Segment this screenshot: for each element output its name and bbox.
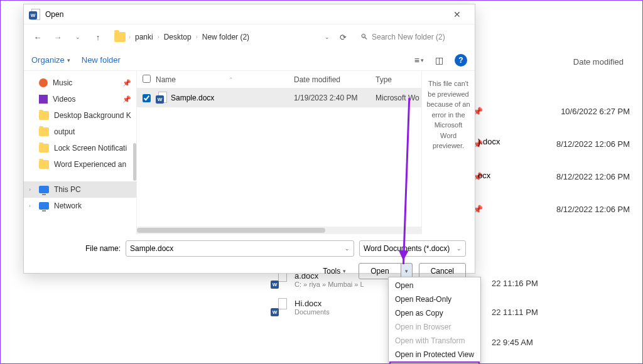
bg-fragment: ocx [478,171,490,180]
pin-icon: 📌 [122,79,131,87]
filetype-select[interactable]: Word Documents (*.docx)⌄ [359,240,466,257]
word-icon: W [271,298,287,317]
menu-item-open-transform: Open with Transform [389,334,480,348]
folder-icon [39,111,49,120]
music-icon [39,78,48,87]
close-button[interactable]: ✕ [445,9,470,19]
menu-item-open-protected[interactable]: Open in Protected View [389,348,480,361]
refresh-icon[interactable]: ⟳ [340,33,347,42]
sidebar: Music📌 Videos📌 Desktop Background K outp… [24,71,137,234]
file-list: Name⌃ Date modified Type WSample.docx 1/… [137,71,421,234]
bg-file-rows: 📌10/6/2022 6:27 PM 📌8/12/2022 12:06 PM 📌… [473,95,630,225]
dialog-title: Open [45,10,445,19]
scrollbar[interactable] [133,143,136,181]
sidebar-item-folder[interactable]: output [24,124,136,140]
recent-button[interactable]: ⌄ [70,29,85,45]
sidebar-item-videos[interactable]: Videos📌 [24,91,136,107]
folder-icon [114,32,126,42]
search-icon: 🔍︎ [360,33,368,41]
view-menu[interactable]: ≡ ▾ [414,55,424,65]
sidebar-item-folder[interactable]: Desktop Background K [24,107,136,124]
column-headers[interactable]: Name⌃ Date modified Type [137,71,421,88]
word-icon: W [156,92,167,104]
expand-icon[interactable]: › [29,203,31,209]
file-row[interactable]: WSample.docx 1/19/2023 2:40 PM Microsoft… [137,88,421,107]
sidebar-item-network[interactable]: ›Network [24,198,136,214]
help-button[interactable]: ? [455,54,467,67]
tools-menu[interactable]: Tools▾ [323,267,346,276]
chevron-down-icon[interactable]: ⌄ [325,34,330,40]
menu-item-open[interactable]: Open [389,279,480,292]
menu-item-open-browser: Open in Browser [389,320,480,334]
forward-button[interactable]: → [50,29,65,45]
bg-fragment: ).docx [478,137,500,146]
sidebar-item-folder[interactable]: Lock Screen Notificati [24,140,136,156]
bg-time: 22 9:45 AM [492,338,533,347]
filename-label: File name: [33,244,121,253]
sidebar-item-folder[interactable]: Word Experienced an [24,156,136,173]
expand-icon[interactable]: › [29,186,31,193]
bg-column-header: Date modified [573,57,624,67]
bg-time: 22 11:16 PM [492,279,538,288]
network-icon [39,202,49,210]
up-button[interactable]: ↑ [90,29,105,45]
breadcrumb[interactable]: › panki› Desktop› New folder (2) ⌄ ⟳ [111,28,350,46]
horizontal-scrollbar[interactable] [137,227,421,234]
pin-icon: 📌 [122,95,131,104]
pc-icon [39,186,49,193]
preview-toggle[interactable]: ◫ [435,55,443,65]
filename-input[interactable]: Sample.docx⌄ [126,240,354,257]
back-button[interactable]: ← [30,29,45,45]
menu-item-open-repair[interactable]: Open and Repair [389,361,480,364]
new-folder-button[interactable]: New folder [82,55,121,65]
folder-icon [39,127,49,136]
preview-pane: This file can't be previewed because of … [421,71,475,234]
select-all-checkbox[interactable] [143,75,151,83]
sidebar-item-music[interactable]: Music📌 [24,75,136,91]
word-app-icon: W [29,9,40,20]
titlebar: W Open ✕ [24,4,475,24]
sidebar-item-this-pc[interactable]: ›This PC [24,181,136,198]
folder-icon [39,144,49,153]
folder-icon [39,160,49,169]
bg-time: 22 11:11 PM [492,308,538,317]
organize-menu[interactable]: Organize▾ [31,55,70,65]
menu-item-open-readonly[interactable]: Open Read-Only [389,292,480,306]
file-checkbox[interactable] [143,94,151,102]
nav-toolbar: ← → ⌄ ↑ › panki› Desktop› New folder (2)… [24,24,475,50]
menu-item-open-copy[interactable]: Open as Copy [389,306,480,320]
open-dropdown-menu: Open Open Read-Only Open as Copy Open in… [388,277,481,364]
toolbar: Organize▾ New folder ≡ ▾ ◫ ? [24,50,475,71]
video-icon [39,95,48,104]
search-input[interactable]: 🔍︎ Search New folder (2) [355,28,468,46]
